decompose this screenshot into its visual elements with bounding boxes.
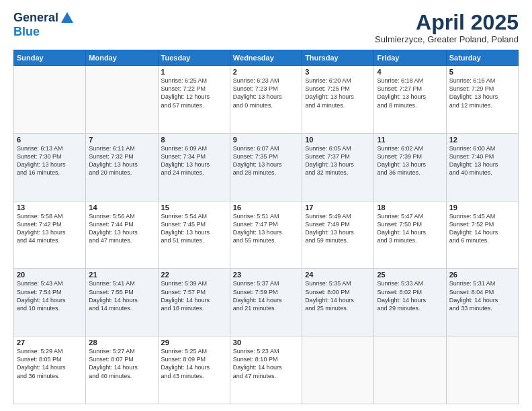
calendar-day-cell bbox=[14, 66, 86, 134]
day-info: Sunrise: 5:43 AM Sunset: 7:54 PM Dayligh… bbox=[17, 279, 83, 312]
day-info: Sunrise: 6:02 AM Sunset: 7:39 PM Dayligh… bbox=[377, 144, 443, 177]
calendar-day-cell: 11Sunrise: 6:02 AM Sunset: 7:39 PM Dayli… bbox=[374, 133, 446, 201]
day-info: Sunrise: 6:20 AM Sunset: 7:25 PM Dayligh… bbox=[305, 77, 371, 109]
calendar-day-cell bbox=[302, 336, 374, 404]
day-info: Sunrise: 5:33 AM Sunset: 8:02 PM Dayligh… bbox=[377, 279, 443, 312]
day-number: 30 bbox=[233, 338, 299, 347]
calendar-day-cell: 23Sunrise: 5:37 AM Sunset: 7:59 PM Dayli… bbox=[230, 269, 302, 336]
calendar-day-header: Saturday bbox=[446, 50, 518, 66]
day-number: 1 bbox=[161, 68, 227, 76]
calendar-day-cell: 8Sunrise: 6:09 AM Sunset: 7:34 PM Daylig… bbox=[158, 133, 230, 201]
day-info: Sunrise: 6:16 AM Sunset: 7:29 PM Dayligh… bbox=[449, 77, 515, 109]
day-number: 19 bbox=[449, 203, 515, 212]
calendar-day-cell: 12Sunrise: 6:00 AM Sunset: 7:40 PM Dayli… bbox=[446, 133, 518, 201]
day-number: 3 bbox=[305, 68, 371, 76]
day-info: Sunrise: 6:05 AM Sunset: 7:37 PM Dayligh… bbox=[305, 144, 371, 177]
day-info: Sunrise: 5:45 AM Sunset: 7:52 PM Dayligh… bbox=[449, 212, 515, 245]
day-number: 11 bbox=[377, 136, 443, 144]
day-number: 8 bbox=[161, 136, 227, 144]
day-number: 4 bbox=[377, 68, 443, 76]
calendar-day-cell: 26Sunrise: 5:31 AM Sunset: 8:04 PM Dayli… bbox=[446, 269, 518, 336]
day-info: Sunrise: 6:23 AM Sunset: 7:23 PM Dayligh… bbox=[233, 77, 299, 109]
day-info: Sunrise: 6:25 AM Sunset: 7:22 PM Dayligh… bbox=[161, 77, 227, 109]
day-number: 15 bbox=[161, 203, 227, 212]
calendar-day-header: Friday bbox=[374, 50, 446, 66]
logo: General Blue bbox=[13, 11, 75, 39]
day-number: 24 bbox=[305, 271, 371, 279]
calendar-day-cell: 24Sunrise: 5:35 AM Sunset: 8:00 PM Dayli… bbox=[302, 269, 374, 336]
day-info: Sunrise: 5:29 AM Sunset: 8:05 PM Dayligh… bbox=[17, 347, 83, 380]
day-number: 2 bbox=[233, 68, 299, 76]
svg-marker-0 bbox=[61, 12, 73, 23]
calendar-day-cell: 10Sunrise: 6:05 AM Sunset: 7:37 PM Dayli… bbox=[302, 133, 374, 201]
calendar-day-cell: 27Sunrise: 5:29 AM Sunset: 8:05 PM Dayli… bbox=[14, 336, 86, 404]
day-info: Sunrise: 5:49 AM Sunset: 7:49 PM Dayligh… bbox=[305, 212, 371, 245]
day-number: 16 bbox=[233, 203, 299, 212]
calendar-day-cell: 19Sunrise: 5:45 AM Sunset: 7:52 PM Dayli… bbox=[446, 201, 518, 269]
day-number: 27 bbox=[17, 338, 83, 347]
calendar-week-row: 1Sunrise: 6:25 AM Sunset: 7:22 PM Daylig… bbox=[14, 66, 519, 134]
day-info: Sunrise: 5:35 AM Sunset: 8:00 PM Dayligh… bbox=[305, 279, 371, 312]
day-info: Sunrise: 6:13 AM Sunset: 7:30 PM Dayligh… bbox=[17, 144, 83, 177]
day-number: 5 bbox=[449, 68, 515, 76]
calendar-day-cell: 17Sunrise: 5:49 AM Sunset: 7:49 PM Dayli… bbox=[302, 201, 374, 269]
day-info: Sunrise: 5:31 AM Sunset: 8:04 PM Dayligh… bbox=[449, 279, 515, 312]
calendar-day-cell: 22Sunrise: 5:39 AM Sunset: 7:57 PM Dayli… bbox=[158, 269, 230, 336]
calendar-day-cell: 21Sunrise: 5:41 AM Sunset: 7:55 PM Dayli… bbox=[86, 269, 158, 336]
day-number: 25 bbox=[377, 271, 443, 279]
day-info: Sunrise: 6:07 AM Sunset: 7:35 PM Dayligh… bbox=[233, 144, 299, 177]
calendar-week-row: 6Sunrise: 6:13 AM Sunset: 7:30 PM Daylig… bbox=[14, 133, 519, 201]
day-number: 10 bbox=[305, 136, 371, 144]
page: General Blue April 2025 Sulmierzyce, Gre… bbox=[0, 0, 532, 411]
day-info: Sunrise: 6:09 AM Sunset: 7:34 PM Dayligh… bbox=[161, 144, 227, 177]
day-number: 20 bbox=[17, 271, 83, 279]
calendar-day-cell bbox=[446, 336, 518, 404]
calendar-day-cell: 6Sunrise: 6:13 AM Sunset: 7:30 PM Daylig… bbox=[14, 133, 86, 201]
day-number: 22 bbox=[161, 271, 227, 279]
logo-general: General bbox=[13, 11, 58, 25]
calendar-day-cell: 13Sunrise: 5:58 AM Sunset: 7:42 PM Dayli… bbox=[14, 201, 86, 269]
day-number: 13 bbox=[17, 203, 83, 212]
day-info: Sunrise: 5:37 AM Sunset: 7:59 PM Dayligh… bbox=[233, 279, 299, 312]
calendar-day-cell: 7Sunrise: 6:11 AM Sunset: 7:32 PM Daylig… bbox=[86, 133, 158, 201]
day-info: Sunrise: 5:23 AM Sunset: 8:10 PM Dayligh… bbox=[233, 347, 299, 380]
calendar-day-header: Thursday bbox=[302, 50, 374, 66]
calendar-day-cell: 16Sunrise: 5:51 AM Sunset: 7:47 PM Dayli… bbox=[230, 201, 302, 269]
day-info: Sunrise: 5:56 AM Sunset: 7:44 PM Dayligh… bbox=[89, 212, 154, 245]
calendar-day-cell: 1Sunrise: 6:25 AM Sunset: 7:22 PM Daylig… bbox=[158, 66, 230, 134]
calendar-week-row: 20Sunrise: 5:43 AM Sunset: 7:54 PM Dayli… bbox=[14, 269, 519, 336]
day-info: Sunrise: 6:11 AM Sunset: 7:32 PM Dayligh… bbox=[89, 144, 154, 177]
calendar-day-cell: 15Sunrise: 5:54 AM Sunset: 7:45 PM Dayli… bbox=[158, 201, 230, 269]
day-info: Sunrise: 6:18 AM Sunset: 7:27 PM Dayligh… bbox=[377, 77, 443, 109]
day-info: Sunrise: 5:39 AM Sunset: 7:57 PM Dayligh… bbox=[161, 279, 227, 312]
calendar-header-row: SundayMondayTuesdayWednesdayThursdayFrid… bbox=[14, 50, 519, 66]
calendar-day-cell: 5Sunrise: 6:16 AM Sunset: 7:29 PM Daylig… bbox=[446, 66, 518, 134]
logo-blue: Blue bbox=[13, 26, 75, 39]
day-info: Sunrise: 5:27 AM Sunset: 8:07 PM Dayligh… bbox=[89, 347, 154, 380]
day-info: Sunrise: 5:54 AM Sunset: 7:45 PM Dayligh… bbox=[161, 212, 227, 245]
calendar-week-row: 27Sunrise: 5:29 AM Sunset: 8:05 PM Dayli… bbox=[14, 336, 519, 404]
calendar-day-cell: 30Sunrise: 5:23 AM Sunset: 8:10 PM Dayli… bbox=[230, 336, 302, 404]
day-number: 18 bbox=[377, 203, 443, 212]
day-number: 6 bbox=[17, 136, 83, 144]
calendar-day-cell: 28Sunrise: 5:27 AM Sunset: 8:07 PM Dayli… bbox=[86, 336, 158, 404]
day-number: 17 bbox=[305, 203, 371, 212]
title-block: April 2025 Sulmierzyce, Greater Poland, … bbox=[375, 11, 519, 44]
calendar-day-cell: 14Sunrise: 5:56 AM Sunset: 7:44 PM Dayli… bbox=[86, 201, 158, 269]
calendar-day-header: Tuesday bbox=[158, 50, 230, 66]
day-number: 14 bbox=[89, 203, 154, 212]
calendar-week-row: 13Sunrise: 5:58 AM Sunset: 7:42 PM Dayli… bbox=[14, 201, 519, 269]
day-number: 9 bbox=[233, 136, 299, 144]
day-number: 23 bbox=[233, 271, 299, 279]
day-number: 26 bbox=[449, 271, 515, 279]
month-title: April 2025 bbox=[375, 11, 519, 34]
location: Sulmierzyce, Greater Poland, Poland bbox=[375, 34, 519, 44]
calendar-day-cell: 25Sunrise: 5:33 AM Sunset: 8:02 PM Dayli… bbox=[374, 269, 446, 336]
day-info: Sunrise: 6:00 AM Sunset: 7:40 PM Dayligh… bbox=[449, 144, 515, 177]
calendar-day-cell: 4Sunrise: 6:18 AM Sunset: 7:27 PM Daylig… bbox=[374, 66, 446, 134]
calendar-day-header: Monday bbox=[86, 50, 158, 66]
calendar-day-cell: 2Sunrise: 6:23 AM Sunset: 7:23 PM Daylig… bbox=[230, 66, 302, 134]
day-info: Sunrise: 5:58 AM Sunset: 7:42 PM Dayligh… bbox=[17, 212, 83, 245]
day-number: 12 bbox=[449, 136, 515, 144]
calendar-day-cell: 29Sunrise: 5:25 AM Sunset: 8:09 PM Dayli… bbox=[158, 336, 230, 404]
